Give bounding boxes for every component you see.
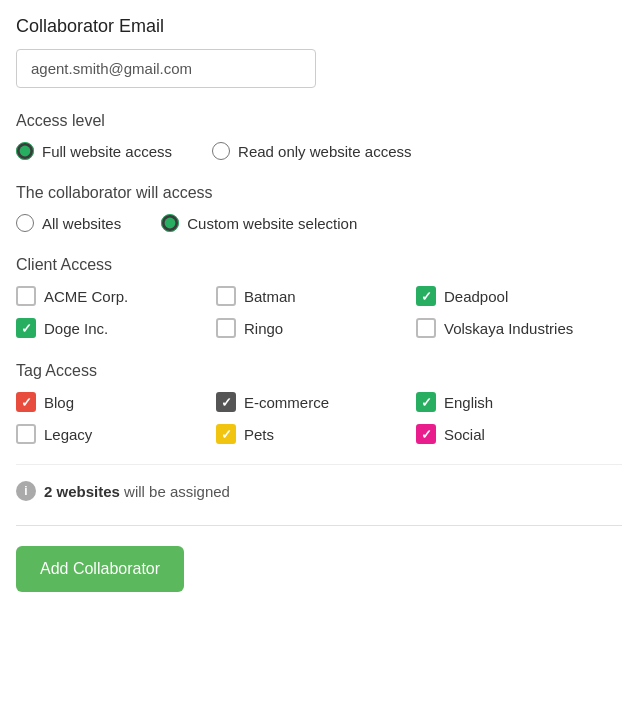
client-deadpool-label: Deadpool <box>444 288 508 305</box>
client-volskaya-option[interactable]: Volskaya Industries <box>416 318 616 338</box>
checkmark-icon: ✓ <box>221 396 232 409</box>
tag-pets-label: Pets <box>244 426 274 443</box>
tag-legacy-label: Legacy <box>44 426 92 443</box>
full-access-radio[interactable] <box>16 142 34 160</box>
info-will-be-assigned: will be assigned <box>124 483 230 500</box>
info-bar: i 2 websites will be assigned <box>16 464 622 501</box>
checkmark-icon: ✓ <box>221 428 232 441</box>
tag-ecommerce-checkbox[interactable]: ✓ <box>216 392 236 412</box>
client-deadpool-option[interactable]: ✓ Deadpool <box>416 286 616 306</box>
client-batman-option[interactable]: Batman <box>216 286 416 306</box>
client-access-label: Client Access <box>16 256 622 274</box>
divider <box>16 525 622 526</box>
tag-blog-label: Blog <box>44 394 74 411</box>
access-level-section: Access level Full website access Read on… <box>16 112 622 160</box>
all-websites-option[interactable]: All websites <box>16 214 121 232</box>
website-access-section: The collaborator will access All website… <box>16 184 622 232</box>
access-level-label: Access level <box>16 112 622 130</box>
client-volskaya-checkbox[interactable] <box>416 318 436 338</box>
client-ringo-option[interactable]: Ringo <box>216 318 416 338</box>
tag-ecommerce-label: E-commerce <box>244 394 329 411</box>
checkmark-icon: ✓ <box>21 322 32 335</box>
client-ringo-label: Ringo <box>244 320 283 337</box>
tag-checkbox-grid: ✓ Blog ✓ E-commerce ✓ English Legacy ✓ P… <box>16 392 622 444</box>
tag-english-option[interactable]: ✓ English <box>416 392 616 412</box>
client-acme-label: ACME Corp. <box>44 288 128 305</box>
client-doge-label: Doge Inc. <box>44 320 108 337</box>
collaborator-email-label: Collaborator Email <box>16 16 622 37</box>
tag-blog-checkbox[interactable]: ✓ <box>16 392 36 412</box>
client-checkbox-grid: ACME Corp. Batman ✓ Deadpool ✓ Doge Inc.… <box>16 286 622 338</box>
tag-english-checkbox[interactable]: ✓ <box>416 392 436 412</box>
read-only-option[interactable]: Read only website access <box>212 142 411 160</box>
client-batman-checkbox[interactable] <box>216 286 236 306</box>
full-access-label: Full website access <box>42 143 172 160</box>
info-icon: i <box>16 481 36 501</box>
client-doge-checkbox[interactable]: ✓ <box>16 318 36 338</box>
client-volskaya-label: Volskaya Industries <box>444 320 573 337</box>
collaborator-access-label: The collaborator will access <box>16 184 622 202</box>
all-websites-label: All websites <box>42 215 121 232</box>
read-only-radio[interactable] <box>212 142 230 160</box>
email-input[interactable] <box>16 49 316 88</box>
full-access-option[interactable]: Full website access <box>16 142 172 160</box>
client-access-section: Client Access ACME Corp. Batman ✓ Deadpo… <box>16 256 622 338</box>
checkmark-icon: ✓ <box>421 428 432 441</box>
access-level-group: Full website access Read only website ac… <box>16 142 622 160</box>
tag-legacy-checkbox[interactable] <box>16 424 36 444</box>
tag-english-label: English <box>444 394 493 411</box>
tag-ecommerce-option[interactable]: ✓ E-commerce <box>216 392 416 412</box>
custom-selection-label: Custom website selection <box>187 215 357 232</box>
custom-selection-option[interactable]: Custom website selection <box>161 214 357 232</box>
checkmark-icon: ✓ <box>421 396 432 409</box>
add-collaborator-button[interactable]: Add Collaborator <box>16 546 184 592</box>
client-batman-label: Batman <box>244 288 296 305</box>
client-acme-option[interactable]: ACME Corp. <box>16 286 216 306</box>
client-deadpool-checkbox[interactable]: ✓ <box>416 286 436 306</box>
collaborator-email-section: Collaborator Email <box>16 16 622 88</box>
tag-blog-option[interactable]: ✓ Blog <box>16 392 216 412</box>
tag-social-checkbox[interactable]: ✓ <box>416 424 436 444</box>
tag-social-option[interactable]: ✓ Social <box>416 424 616 444</box>
client-ringo-checkbox[interactable] <box>216 318 236 338</box>
checkmark-icon: ✓ <box>21 396 32 409</box>
tag-pets-option[interactable]: ✓ Pets <box>216 424 416 444</box>
checkmark-icon: ✓ <box>421 290 432 303</box>
client-doge-option[interactable]: ✓ Doge Inc. <box>16 318 216 338</box>
tag-access-label: Tag Access <box>16 362 622 380</box>
read-only-label: Read only website access <box>238 143 411 160</box>
tag-access-section: Tag Access ✓ Blog ✓ E-commerce ✓ English… <box>16 362 622 444</box>
tag-pets-checkbox[interactable]: ✓ <box>216 424 236 444</box>
tag-social-label: Social <box>444 426 485 443</box>
info-count: 2 <box>44 483 52 500</box>
info-websites: websites <box>57 483 120 500</box>
tag-legacy-option[interactable]: Legacy <box>16 424 216 444</box>
custom-selection-radio[interactable] <box>161 214 179 232</box>
client-acme-checkbox[interactable] <box>16 286 36 306</box>
info-text: 2 websites will be assigned <box>44 483 230 500</box>
website-selection-group: All websites Custom website selection <box>16 214 622 232</box>
all-websites-radio[interactable] <box>16 214 34 232</box>
